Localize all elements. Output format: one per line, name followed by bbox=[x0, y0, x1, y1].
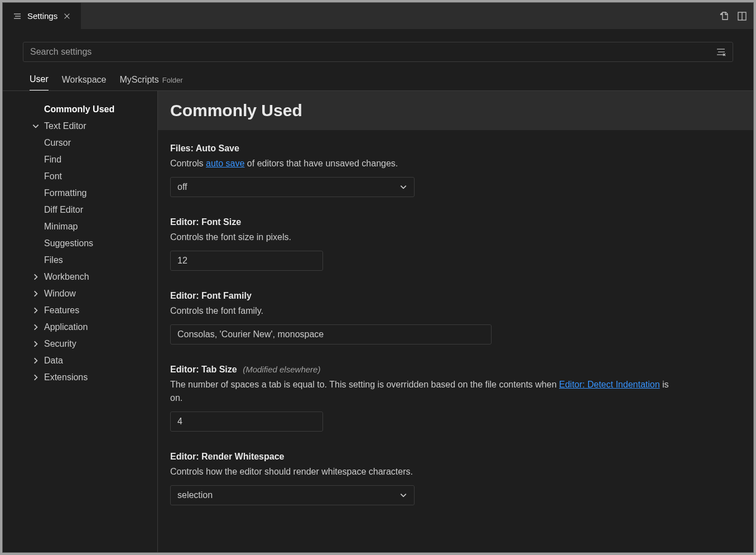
input-tab-size-wrapper bbox=[170, 412, 323, 432]
setting-description: Controls the font size in pixels. bbox=[170, 231, 681, 244]
toc-label: Application bbox=[44, 322, 88, 332]
setting-files-auto-save: Files: Auto Save Controls auto save of e… bbox=[158, 143, 694, 217]
toc-sub-label: Formatting bbox=[44, 188, 86, 198]
setting-title: Editor: Font Size bbox=[170, 217, 681, 227]
chevron-right-icon bbox=[31, 323, 41, 331]
setting-editor-tab-size: Editor: Tab Size (Modified elsewhere) Th… bbox=[158, 365, 694, 452]
toc-application[interactable]: Application bbox=[31, 319, 157, 336]
link-detect-indentation[interactable]: Editor: Detect Indentation bbox=[559, 380, 660, 389]
setting-description: The number of spaces a tab is equal to. … bbox=[170, 378, 681, 405]
desc-text: of editors that have unsaved changes. bbox=[244, 159, 398, 168]
select-value: off bbox=[177, 182, 187, 192]
toc-security[interactable]: Security bbox=[31, 336, 157, 352]
toc-sub-label: Files bbox=[44, 255, 63, 265]
toc-data[interactable]: Data bbox=[31, 352, 157, 369]
settings-toc: › Commonly Used Text Editor Cursor Find … bbox=[3, 91, 158, 552]
settings-scope-tabs: User Workspace MyScripts Folder bbox=[3, 62, 753, 91]
input-font-family[interactable] bbox=[177, 329, 484, 339]
toc-sub-label: Cursor bbox=[44, 138, 71, 148]
input-font-size-wrapper bbox=[170, 251, 323, 271]
link-auto-save[interactable]: auto save bbox=[206, 159, 244, 168]
scope-folder[interactable]: MyScripts Folder bbox=[120, 75, 183, 90]
toc-text-editor[interactable]: Text Editor bbox=[31, 118, 157, 135]
split-editor-icon[interactable] bbox=[736, 11, 748, 22]
scope-user[interactable]: User bbox=[30, 74, 49, 90]
setting-description: Controls the font family. bbox=[170, 304, 681, 318]
toc-formatting[interactable]: Formatting bbox=[44, 185, 86, 202]
close-icon[interactable] bbox=[63, 12, 71, 20]
toc-label: Commonly Used bbox=[44, 104, 114, 114]
toc-diff-editor[interactable]: Diff Editor bbox=[44, 202, 83, 218]
modified-elsewhere-annot: (Modified elsewhere) bbox=[243, 365, 320, 374]
toc-label: Text Editor bbox=[44, 121, 86, 131]
select-auto-save[interactable]: off bbox=[170, 177, 415, 197]
toc-suggestions[interactable]: Suggestions bbox=[44, 235, 93, 252]
scope-workspace[interactable]: Workspace bbox=[62, 75, 107, 90]
toc-sub-label: Suggestions bbox=[44, 238, 93, 248]
section-heading-title: Commonly Used bbox=[170, 101, 741, 120]
toc-workbench[interactable]: Workbench bbox=[31, 269, 157, 285]
scope-user-label: User bbox=[30, 74, 49, 84]
chevron-right-icon bbox=[31, 273, 41, 281]
toc-sub-label: Minimap bbox=[44, 222, 78, 232]
settings-content: Commonly Used Files: Auto Save Controls … bbox=[158, 91, 753, 552]
toc-commonly-used[interactable]: › Commonly Used bbox=[31, 101, 157, 118]
toc-font[interactable]: Font bbox=[44, 168, 62, 185]
editor-actions bbox=[719, 3, 753, 29]
setting-editor-render-whitespace: Editor: Render Whitespace Controls how t… bbox=[158, 452, 694, 525]
section-heading: Commonly Used bbox=[158, 91, 753, 130]
toc-window[interactable]: Window bbox=[31, 285, 157, 302]
scope-folder-label: MyScripts bbox=[120, 75, 159, 85]
editor-tab-strip: Settings bbox=[3, 3, 753, 30]
desc-text: The number of spaces a tab is equal to. … bbox=[170, 380, 559, 389]
setting-editor-font-family: Editor: Font Family Controls the font fa… bbox=[158, 291, 694, 365]
settings-search[interactable] bbox=[23, 42, 733, 62]
toc-find[interactable]: Find bbox=[44, 151, 61, 168]
input-font-family-wrapper bbox=[170, 324, 492, 345]
filter-icon[interactable] bbox=[709, 47, 733, 57]
chevron-right-icon bbox=[31, 340, 41, 348]
scope-folder-badge: Folder bbox=[162, 76, 183, 84]
setting-title: Editor: Tab Size (Modified elsewhere) bbox=[170, 365, 681, 375]
chevron-down-icon bbox=[399, 491, 407, 499]
toc-features[interactable]: Features bbox=[31, 302, 157, 319]
setting-title: Editor: Font Family bbox=[170, 291, 681, 301]
input-tab-size[interactable] bbox=[177, 417, 316, 427]
desc-text: Controls bbox=[170, 159, 206, 168]
title-text: Editor: Tab Size bbox=[170, 365, 237, 374]
settings-search-input[interactable] bbox=[23, 47, 709, 57]
toc-sub-label: Find bbox=[44, 155, 61, 165]
chevron-right-icon bbox=[31, 307, 41, 314]
setting-editor-font-size: Editor: Font Size Controls the font size… bbox=[158, 217, 694, 291]
toc-files[interactable]: Files bbox=[44, 252, 63, 269]
setting-title: Files: Auto Save bbox=[170, 143, 681, 154]
open-json-icon[interactable] bbox=[719, 11, 730, 22]
toc-label: Security bbox=[44, 339, 76, 349]
toc-minimap[interactable]: Minimap bbox=[44, 218, 78, 235]
toc-label: Data bbox=[44, 356, 63, 366]
toc-label: Extensions bbox=[44, 372, 88, 382]
toc-label: Window bbox=[44, 289, 76, 299]
select-value: selection bbox=[177, 490, 213, 500]
setting-description: Controls auto save of editors that have … bbox=[170, 157, 681, 170]
toc-cursor[interactable]: Cursor bbox=[44, 135, 71, 151]
chevron-down-icon bbox=[31, 122, 41, 130]
chevron-right-icon bbox=[31, 357, 41, 365]
chevron-right-icon bbox=[31, 374, 41, 381]
scope-workspace-label: Workspace bbox=[62, 75, 107, 85]
toc-label: Features bbox=[44, 305, 79, 315]
setting-title: Editor: Render Whitespace bbox=[170, 452, 681, 462]
select-render-whitespace[interactable]: selection bbox=[170, 485, 415, 505]
editor-tab-settings[interactable]: Settings bbox=[3, 3, 81, 29]
toc-label: Workbench bbox=[44, 272, 89, 282]
settings-list-icon bbox=[13, 12, 22, 21]
chevron-right-icon bbox=[31, 290, 41, 298]
editor-tab-label: Settings bbox=[27, 11, 57, 21]
chevron-down-icon bbox=[399, 183, 407, 191]
input-font-size[interactable] bbox=[177, 256, 316, 266]
toc-sub-label: Font bbox=[44, 171, 62, 181]
toc-sub-label: Diff Editor bbox=[44, 205, 83, 215]
toc-extensions[interactable]: Extensions bbox=[31, 369, 157, 386]
setting-description: Controls how the editor should render wh… bbox=[170, 465, 681, 479]
